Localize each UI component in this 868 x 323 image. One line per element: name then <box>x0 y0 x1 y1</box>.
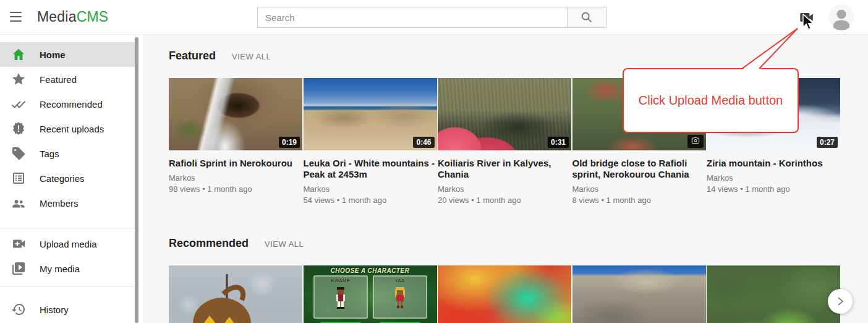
sidebar-scrollbar[interactable] <box>135 37 138 323</box>
duration-badge: 0:31 <box>548 137 569 148</box>
sidebar-tertiary-nav: History <box>0 286 143 322</box>
logo-media: Media <box>37 9 77 25</box>
video-title[interactable]: Leuka Ori - White mountains - Peak at 24… <box>304 158 437 180</box>
logo-cms: CMS <box>77 9 109 25</box>
sidebar-item-my-media[interactable]: My media <box>0 256 135 281</box>
recommended-row: CHOOSE A CHARACTER KWAME YAA Selected Se… <box>169 265 868 323</box>
video-thumbnail-rocky-mountain[interactable] <box>572 265 706 323</box>
sidebar-primary-nav: Home Featured Recommended Recent uploads… <box>0 35 143 215</box>
section-title-featured: Featured <box>169 50 216 62</box>
sidebar-item-upload-media[interactable]: Upload media <box>0 231 135 256</box>
upload-media-button[interactable] <box>798 9 814 25</box>
categories-icon <box>11 171 26 186</box>
sidebar-item-label: Upload media <box>40 239 97 249</box>
media-card <box>169 265 302 323</box>
menu-icon[interactable] <box>10 12 25 23</box>
character-panel: KWAME <box>313 275 368 319</box>
video-thumbnail-character-select-game[interactable]: CHOOSE A CHARACTER KWAME YAA Selected Se… <box>304 265 437 323</box>
featured-view-all-link[interactable]: VIEW ALL <box>232 52 271 61</box>
sidebar-item-members[interactable]: Members <box>0 191 135 215</box>
character-figure-kwame <box>334 286 347 309</box>
media-card: CHOOSE A CHARACTER KWAME YAA Selected Se… <box>304 265 437 323</box>
mediacms-page: MediaCMS Home Featured <box>0 0 868 323</box>
pumpkin-illustration <box>186 274 266 323</box>
video-author[interactable]: Markos <box>169 173 302 184</box>
media-type-badge <box>687 135 704 148</box>
sidebar-item-recent-uploads[interactable]: Recent uploads <box>0 116 135 141</box>
character-name: YAA <box>374 278 426 283</box>
person-icon <box>828 4 854 30</box>
video-meta: 54 views • 1 month ago <box>304 195 437 206</box>
members-icon <box>11 196 26 210</box>
game-screen-title: CHOOSE A CHARACTER <box>304 267 437 274</box>
search-button[interactable] <box>567 7 606 28</box>
video-title[interactable]: Ziria mountain - Korinthos <box>707 158 840 169</box>
character-figure-yaa <box>393 286 407 309</box>
sidebar-item-label: Home <box>40 50 66 60</box>
video-title[interactable]: Rafioli Sprint in Nerokourou <box>169 158 302 169</box>
done-all-icon <box>11 97 26 111</box>
sidebar-item-history[interactable]: History <box>0 297 135 322</box>
video-author[interactable]: Markos <box>304 184 437 195</box>
video-thumbnail-rafioli-sprint[interactable]: 0:19 <box>169 78 302 150</box>
video-title[interactable]: Koiliaris River in Kalyves, Chania <box>438 158 571 180</box>
video-thumbnail-pumpkin[interactable] <box>169 265 302 323</box>
video-author[interactable]: Markos <box>707 173 840 184</box>
sidebar-item-tags[interactable]: Tags <box>0 141 135 166</box>
sidebar-item-label: Recent uploads <box>40 124 104 134</box>
video-call-icon <box>11 236 26 251</box>
star-icon <box>11 72 26 87</box>
sidebar-item-label: Tags <box>40 149 59 159</box>
media-card: 0:19 Rafioli Sprint in Nerokourou Markos… <box>169 78 302 206</box>
video-author[interactable]: Markos <box>438 184 571 195</box>
top-bar: MediaCMS <box>0 0 868 35</box>
sidebar-item-recommended[interactable]: Recommended <box>0 92 135 116</box>
user-avatar[interactable] <box>828 4 854 30</box>
character-panel: YAA <box>373 275 427 319</box>
chevron-right-icon <box>835 296 846 307</box>
video-thumbnail-koiliaris-river[interactable]: 0:31 <box>438 78 571 150</box>
kayak-shape <box>438 112 522 150</box>
sidebar-item-label: My media <box>40 264 80 274</box>
section-title-recommended: Recommended <box>169 237 249 250</box>
video-thumbnail-leuka-ori[interactable]: 0:46 <box>304 78 437 150</box>
sidebar-item-categories[interactable]: Categories <box>0 166 135 191</box>
video-library-icon <box>11 261 26 276</box>
sidebar: Home Featured Recommended Recent uploads… <box>0 35 144 323</box>
duration-badge: 0:19 <box>279 137 300 148</box>
tutorial-callout: Click Upload Media button <box>623 68 799 133</box>
recommended-view-all-link[interactable]: VIEW ALL <box>265 239 304 249</box>
media-card <box>572 265 706 323</box>
media-card <box>438 265 571 323</box>
video-meta: 20 views • 1 month ago <box>438 195 571 206</box>
tag-icon <box>11 146 26 161</box>
duration-badge: 0:27 <box>817 137 838 148</box>
video-thumbnail-color-gradient[interactable] <box>438 265 571 323</box>
search-bar <box>257 7 606 28</box>
media-card: 0:46 Leuka Ori - White mountains - Peak … <box>304 78 437 206</box>
search-input[interactable] <box>257 7 567 28</box>
sidebar-item-featured[interactable]: Featured <box>0 67 135 92</box>
character-name: KWAME <box>315 278 367 283</box>
video-meta: 14 views • 1 month ago <box>707 184 840 195</box>
logo[interactable]: MediaCMS <box>37 9 108 25</box>
duration-badge: 0:46 <box>413 137 434 148</box>
video-author[interactable]: Markos <box>572 184 706 195</box>
video-meta: 98 views • 1 month ago <box>169 184 302 195</box>
sidebar-item-label: Recommended <box>40 99 103 110</box>
sidebar-item-label: Members <box>40 198 79 209</box>
video-call-upload-icon <box>798 9 814 25</box>
sidebar-item-label: Categories <box>40 173 85 184</box>
history-icon <box>11 302 26 317</box>
media-card: 0:31 Koiliaris River in Kalyves, Chania … <box>438 78 571 206</box>
carousel-next-button[interactable] <box>828 289 853 314</box>
photo-camera-icon <box>691 137 700 144</box>
video-thumbnail-green-leaves[interactable] <box>707 265 840 323</box>
new-releases-icon <box>11 121 26 136</box>
video-title[interactable]: Old bridge close to Rafioli sprint, Nero… <box>572 158 706 180</box>
sidebar-secondary-nav: Upload media My media <box>0 228 143 281</box>
sidebar-item-home[interactable]: Home <box>0 42 135 67</box>
tutorial-callout-text: Click Upload Media button <box>639 93 783 108</box>
sidebar-item-label: Featured <box>40 74 77 85</box>
video-meta: 8 views • 1 month ago <box>572 195 706 206</box>
